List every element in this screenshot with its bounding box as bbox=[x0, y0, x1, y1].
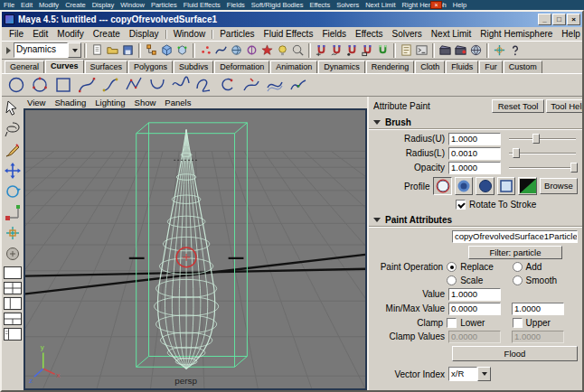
menu-solvers[interactable]: Solvers bbox=[387, 29, 426, 39]
u-curve-tool-icon[interactable] bbox=[146, 74, 168, 96]
shelf-tab-fur[interactable]: Fur bbox=[479, 61, 503, 73]
menu-next-limit[interactable]: Next Limit bbox=[427, 29, 476, 39]
attach-curves-tool-icon[interactable] bbox=[264, 74, 286, 96]
radio-icon[interactable] bbox=[513, 262, 523, 272]
close-icon[interactable]: × bbox=[567, 14, 580, 25]
mask-points-icon[interactable] bbox=[198, 42, 213, 58]
collapse-arrow-icon[interactable] bbox=[6, 47, 11, 54]
reset-tool-button[interactable]: Reset Tool bbox=[492, 99, 544, 113]
shelf-tab-general[interactable]: General bbox=[5, 61, 44, 73]
filter-particle-button[interactable]: Filter: particle bbox=[468, 246, 562, 259]
layout-four-pane-button[interactable] bbox=[4, 282, 22, 294]
radius-l-slider[interactable] bbox=[509, 148, 578, 159]
menu-set-dropdown[interactable]: Dynamics bbox=[14, 42, 81, 58]
construction-history-icon[interactable] bbox=[399, 42, 414, 58]
select-object-icon[interactable] bbox=[159, 42, 174, 58]
snap-grid-icon[interactable] bbox=[314, 42, 329, 58]
circle-points-tool-icon[interactable] bbox=[29, 74, 51, 96]
bg-menu-item[interactable]: Fields bbox=[227, 1, 245, 9]
lasso-tool-icon[interactable] bbox=[3, 119, 23, 139]
opacity-field[interactable]: 1.0000 bbox=[448, 162, 501, 174]
paint-op-add[interactable]: Add bbox=[513, 262, 578, 272]
chevron-down-icon[interactable] bbox=[68, 42, 81, 58]
select-tool-icon[interactable] bbox=[3, 98, 23, 118]
render-icon[interactable] bbox=[438, 42, 453, 58]
checkbox-icon[interactable] bbox=[513, 318, 523, 328]
layout-single-pane-button[interactable] bbox=[4, 266, 22, 279]
pencil-curve-tool-icon[interactable] bbox=[123, 74, 145, 96]
show-manipulator-icon[interactable] bbox=[492, 42, 507, 58]
shelf-tab-fluids[interactable]: Fluids bbox=[446, 61, 478, 73]
menu-fields[interactable]: Fields bbox=[317, 29, 351, 39]
viewport-menu-panels[interactable]: Panels bbox=[165, 98, 196, 107]
snap-point-icon[interactable] bbox=[344, 42, 360, 58]
stroke-section-header[interactable]: Stroke bbox=[369, 388, 582, 390]
brush-profile-medium[interactable] bbox=[455, 177, 473, 195]
close-icon[interactable]: × bbox=[430, 1, 442, 9]
bg-menu-item[interactable]: Solvers bbox=[336, 1, 359, 9]
menu-particles[interactable]: Particles bbox=[215, 29, 259, 39]
viewport-canvas[interactable]: y x z persp bbox=[24, 108, 367, 390]
slider-thumb[interactable] bbox=[532, 134, 540, 144]
radius-u-field[interactable]: 1.0000 bbox=[448, 133, 501, 145]
rotate-tool-icon[interactable] bbox=[3, 182, 23, 201]
bg-menu-item[interactable]: Create bbox=[65, 1, 86, 9]
radio-icon[interactable] bbox=[513, 275, 523, 285]
radio-icon[interactable] bbox=[447, 262, 457, 272]
ipr-render-icon[interactable] bbox=[453, 42, 468, 58]
brush-profile-file-preview[interactable] bbox=[518, 177, 536, 195]
bg-menu-item[interactable]: Edit bbox=[21, 1, 33, 9]
maximize-icon[interactable]: □ bbox=[552, 14, 566, 25]
select-component-icon[interactable] bbox=[174, 42, 190, 58]
wave-curve-tool-icon[interactable] bbox=[170, 74, 192, 96]
bg-menu-item[interactable]: Help bbox=[453, 1, 466, 9]
rotate-to-stroke-checkbox[interactable] bbox=[456, 200, 466, 210]
bg-menu-item[interactable]: Effects bbox=[309, 1, 330, 9]
snap-curve-icon[interactable] bbox=[329, 42, 344, 58]
menu-edit[interactable]: Edit bbox=[28, 29, 52, 39]
brush-profile-soft[interactable] bbox=[433, 177, 451, 195]
max-value-field[interactable]: 1.0000 bbox=[512, 303, 564, 315]
snap-plane-icon[interactable] bbox=[360, 42, 375, 58]
loop-curve-tool-icon[interactable] bbox=[193, 74, 215, 96]
paint-op-replace[interactable]: Replace bbox=[447, 262, 512, 272]
layout-two-pane-button[interactable] bbox=[4, 297, 22, 310]
titlebar[interactable]: Maya 4.5: \untitled --- copyOfrevolvedSu… bbox=[2, 12, 582, 27]
square-tool-icon[interactable] bbox=[52, 74, 74, 96]
shelf-tab-subdivs[interactable]: Subdivs bbox=[174, 61, 213, 73]
tool-help-button[interactable]: Tool Help bbox=[546, 99, 582, 113]
mask-dynamics-icon[interactable] bbox=[259, 42, 275, 58]
layout-outliner-persp-button[interactable] bbox=[4, 328, 22, 341]
shelf-tab-rendering[interactable]: Rendering bbox=[366, 61, 415, 73]
slider-thumb[interactable] bbox=[513, 148, 520, 158]
bg-menu-item[interactable]: Particles bbox=[151, 1, 177, 9]
curve-edit-tool-icon[interactable] bbox=[240, 74, 262, 96]
arc-tool-icon[interactable] bbox=[217, 74, 239, 96]
paint-attributes-section-header[interactable]: Paint Attributes bbox=[369, 214, 582, 227]
shelf-tab-deformation[interactable]: Deformation bbox=[214, 61, 269, 73]
bg-menu-item[interactable]: Window bbox=[120, 1, 145, 9]
viewport-menu-view[interactable]: View bbox=[27, 98, 51, 107]
make-live-icon[interactable] bbox=[375, 42, 391, 58]
bg-menu-item[interactable]: Fluid Effects bbox=[184, 1, 221, 9]
shelf-tab-curves[interactable]: Curves bbox=[45, 60, 84, 73]
value-field[interactable]: 1.0000 bbox=[448, 288, 501, 301]
menu-fluid-effects[interactable]: Fluid Effects bbox=[259, 29, 318, 39]
shelf-tab-surfaces[interactable]: Surfaces bbox=[85, 61, 128, 73]
radius-l-field[interactable]: 0.0010 bbox=[448, 147, 501, 160]
paint-op-scale[interactable]: Scale bbox=[447, 275, 512, 285]
paint-attribute-field[interactable]: copyOfrevolvedSurface1ParticleShape.goal… bbox=[452, 230, 578, 243]
shelf-tab-polygons[interactable]: Polygons bbox=[128, 61, 173, 73]
bg-menu-item[interactable]: Display bbox=[92, 1, 115, 9]
mask-curves-icon[interactable] bbox=[213, 42, 229, 58]
opacity-slider[interactable] bbox=[509, 163, 578, 173]
vector-index-dropdown[interactable]: x/R bbox=[448, 367, 491, 381]
save-scene-icon[interactable] bbox=[120, 42, 136, 58]
radius-u-slider[interactable] bbox=[509, 134, 578, 145]
shelf-tab-dynamics[interactable]: Dynamics bbox=[318, 61, 365, 73]
slider-thumb[interactable] bbox=[570, 163, 578, 173]
brush-profile-solid[interactable] bbox=[476, 177, 494, 195]
new-scene-icon[interactable] bbox=[89, 42, 105, 58]
checkbox-icon[interactable] bbox=[447, 318, 457, 328]
menu-create[interactable]: Create bbox=[89, 29, 125, 39]
